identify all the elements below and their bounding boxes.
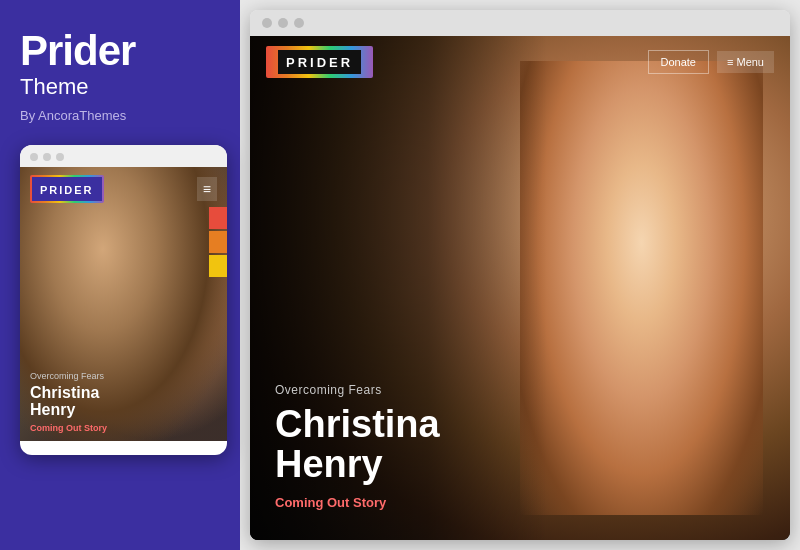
left-panel: Prider Theme By AncoraThemes PRIDER ≡ [0,0,240,550]
mobile-dots-bar [20,145,227,167]
mobile-sidebar-strip [209,207,227,277]
brand-title: Prider [20,30,220,72]
mobile-logo-box: PRIDER [30,175,104,203]
desktop-dots-bar [250,10,790,36]
donate-button[interactable]: Donate [648,50,709,74]
desktop-text-overlay: Overcoming Fears Christina Henry Coming … [275,383,440,510]
desktop-logo-text: PRIDER [286,55,353,70]
desktop-logo-box: PRIDER [266,46,373,78]
mobile-text-overlay: Overcoming Fears Christina Henry Coming … [30,371,217,433]
mobile-logo-text: PRIDER [40,184,94,196]
mobile-nav: PRIDER ≡ [20,167,227,211]
desktop-post-title: Christina Henry [275,405,440,485]
desktop-logo-inner: PRIDER [278,50,361,74]
mobile-menu-button[interactable]: ≡ [197,177,217,201]
desktop-coming-out: Coming Out Story [275,495,440,510]
face-highlight [520,61,763,515]
desktop-dot-1 [262,18,272,28]
desktop-nav: PRIDER Donate ≡ Menu [250,36,790,88]
menu-button[interactable]: ≡ Menu [717,51,774,73]
right-panel: PRIDER Donate ≡ Menu Overcoming Fears Ch… [240,0,800,550]
mobile-category: Overcoming Fears [30,371,217,381]
mobile-dot-1 [30,153,38,161]
desktop-dot-3 [294,18,304,28]
mobile-mockup: PRIDER ≡ Overcoming Fears Christina Henr… [20,145,227,455]
desktop-content: PRIDER Donate ≡ Menu Overcoming Fears Ch… [250,36,790,540]
mobile-coming-out: Coming Out Story [30,423,217,433]
desktop-category: Overcoming Fears [275,383,440,397]
desktop-dot-2 [278,18,288,28]
mobile-dot-3 [56,153,64,161]
strip-orange [209,231,227,253]
brand-subtitle: Theme [20,74,220,100]
brand-by: By AncoraThemes [20,108,220,123]
mobile-content: PRIDER ≡ Overcoming Fears Christina Henr… [20,167,227,441]
desktop-nav-right: Donate ≡ Menu [648,50,774,74]
mobile-post-title: Christina Henry [30,384,217,419]
strip-yellow [209,255,227,277]
mobile-dot-2 [43,153,51,161]
desktop-browser: PRIDER Donate ≡ Menu Overcoming Fears Ch… [250,10,790,540]
